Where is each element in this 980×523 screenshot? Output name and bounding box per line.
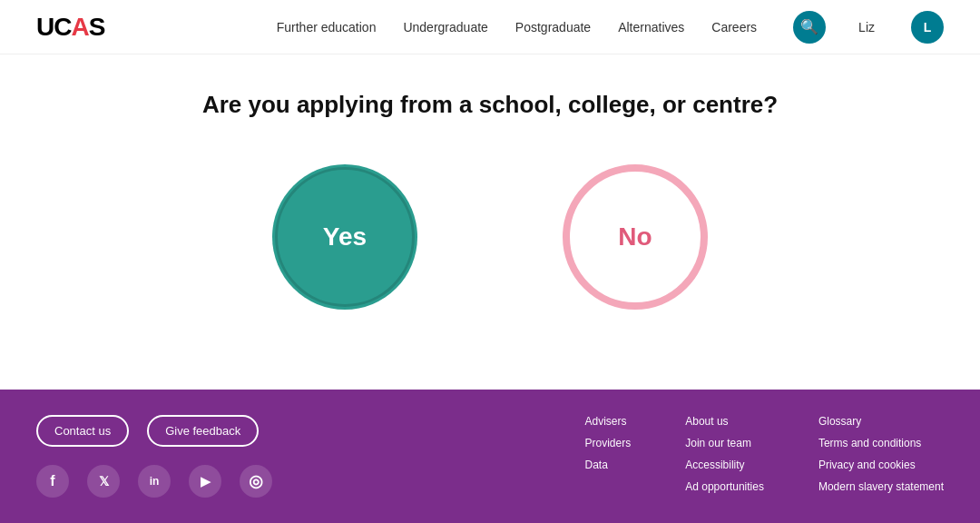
footer-links: Advisers Providers Data About us Join ou…: [585, 415, 944, 493]
linkedin-icon[interactable]: in: [138, 465, 171, 498]
give-feedback-button[interactable]: Give feedback: [147, 415, 259, 447]
footer-ad-opportunities[interactable]: Ad opportunities: [685, 480, 764, 493]
footer-glossary[interactable]: Glossary: [818, 415, 944, 428]
choice-options: Yes No: [272, 164, 708, 310]
search-button[interactable]: 🔍: [793, 11, 826, 44]
footer-terms[interactable]: Terms and conditions: [818, 437, 944, 449]
footer: Contact us Give feedback f 𝕏 in ▶ ◎ Advi…: [0, 390, 980, 523]
footer-about-us[interactable]: About us: [685, 415, 764, 428]
nav-further-education[interactable]: Further education: [277, 20, 377, 35]
facebook-icon[interactable]: f: [36, 465, 69, 498]
no-button[interactable]: No: [563, 164, 708, 310]
footer-providers[interactable]: Providers: [585, 437, 632, 449]
twitter-icon[interactable]: 𝕏: [87, 465, 120, 498]
footer-advisers[interactable]: Advisers: [585, 415, 632, 428]
no-label: No: [618, 222, 652, 252]
footer-join-our-team[interactable]: Join our team: [685, 437, 764, 449]
main-nav: Further education Undergraduate Postgrad…: [277, 11, 944, 44]
yes-label: Yes: [323, 222, 367, 252]
nav-careers[interactable]: Careers: [711, 20, 757, 35]
user-name-label: Liz: [858, 20, 875, 35]
logo[interactable]: UCAS: [36, 13, 104, 42]
footer-data[interactable]: Data: [585, 459, 632, 471]
footer-modern-slavery[interactable]: Modern slavery statement: [818, 480, 944, 493]
footer-col-1: Advisers Providers Data: [585, 415, 632, 493]
nav-postgraduate[interactable]: Postgraduate: [515, 20, 591, 35]
youtube-icon[interactable]: ▶: [189, 465, 221, 498]
question-heading: Are you applying from a school, college,…: [202, 91, 778, 119]
nav-undergraduate[interactable]: Undergraduate: [403, 20, 487, 35]
header: UCAS Further education Undergraduate Pos…: [0, 0, 980, 54]
user-avatar[interactable]: L: [911, 11, 944, 44]
yes-button[interactable]: Yes: [272, 164, 417, 310]
footer-col-3: Glossary Terms and conditions Privacy an…: [818, 415, 944, 493]
main-content: Are you applying from a school, college,…: [0, 54, 980, 328]
nav-alternatives[interactable]: Alternatives: [618, 20, 684, 35]
footer-privacy[interactable]: Privacy and cookies: [818, 459, 944, 471]
footer-accessibility[interactable]: Accessibility: [685, 459, 764, 471]
contact-us-button[interactable]: Contact us: [36, 415, 129, 447]
instagram-icon[interactable]: ◎: [240, 465, 272, 498]
footer-col-2: About us Join our team Accessibility Ad …: [685, 415, 764, 493]
search-icon: 🔍: [800, 18, 818, 35]
